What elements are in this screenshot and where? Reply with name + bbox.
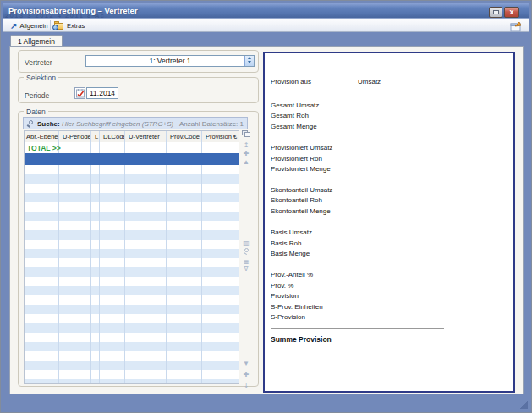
cell xyxy=(25,184,59,193)
cell xyxy=(100,249,125,258)
close-button[interactable]: x xyxy=(504,7,519,18)
column-header-6[interactable]: Prov.Code xyxy=(167,131,202,142)
cell xyxy=(100,295,125,305)
table-row[interactable] xyxy=(25,193,239,202)
table-row[interactable] xyxy=(25,258,239,267)
table-row[interactable] xyxy=(25,379,239,384)
cell xyxy=(202,240,239,249)
cell xyxy=(100,212,125,221)
table-row[interactable] xyxy=(25,333,239,342)
total-row[interactable]: TOTAL >> xyxy=(25,142,239,153)
vertreter-combobox[interactable]: 1: Vertreter 1 xyxy=(85,55,255,67)
menu-extras[interactable]: Extras xyxy=(54,19,85,31)
cell xyxy=(167,342,202,351)
cell xyxy=(59,193,91,202)
table-row[interactable] xyxy=(25,184,239,193)
scroll-down-icon[interactable]: ▼ xyxy=(241,360,251,369)
cell xyxy=(59,184,91,193)
table-row[interactable] xyxy=(25,221,239,230)
column-header-2[interactable]: U-Periode xyxy=(59,131,91,142)
cell xyxy=(100,323,125,333)
selected-row[interactable] xyxy=(25,153,239,165)
menu-separator xyxy=(50,20,51,30)
summary-label: Basis Menge xyxy=(271,250,310,257)
summary-label: Basis Roh xyxy=(271,240,301,247)
cell xyxy=(25,258,59,267)
periode-input[interactable] xyxy=(86,87,118,99)
column-chooser-icon[interactable] xyxy=(241,129,251,139)
table-row[interactable] xyxy=(25,286,239,295)
column-header-3[interactable]: L xyxy=(91,131,100,142)
cell xyxy=(125,351,167,361)
column-header-4[interactable]: DLCode xyxy=(100,131,125,142)
tab-allgemein[interactable]: 1 Allgemein xyxy=(10,35,63,47)
cell xyxy=(202,277,239,286)
cell xyxy=(202,221,239,230)
cell xyxy=(25,267,59,277)
column-header-1[interactable]: Abr.-Ebene xyxy=(25,131,59,142)
table-row[interactable] xyxy=(25,370,239,379)
table-row[interactable] xyxy=(25,342,239,351)
table-row[interactable] xyxy=(25,249,239,258)
resize-grip[interactable] xyxy=(519,400,528,409)
cell xyxy=(125,193,167,202)
cell xyxy=(59,314,91,323)
scroll-bottom-icon[interactable]: ↧ xyxy=(241,382,251,391)
cell xyxy=(167,230,202,240)
table-row[interactable] xyxy=(25,165,239,174)
cell xyxy=(100,153,125,165)
table-row[interactable] xyxy=(25,240,239,249)
cell xyxy=(59,379,91,384)
cell xyxy=(59,142,91,153)
table-row[interactable] xyxy=(25,305,239,314)
menu-extras-label: Extras xyxy=(67,22,85,30)
scroll-up-icon[interactable]: ▲ xyxy=(241,158,251,168)
cell xyxy=(59,153,91,165)
filter-icon[interactable]: ∇ xyxy=(241,265,251,274)
nav-plus-down-icon[interactable]: ✚ xyxy=(241,371,251,380)
table-row[interactable] xyxy=(25,174,239,184)
cell xyxy=(25,202,59,212)
cell xyxy=(91,165,100,174)
detach-window-icon[interactable] xyxy=(510,20,523,31)
table-row[interactable] xyxy=(25,351,239,361)
cell xyxy=(125,333,167,342)
column-header-7[interactable]: Provision € xyxy=(202,131,239,142)
cell xyxy=(100,305,125,314)
search-bar[interactable]: Suche: Hier Suchbegriff eingeben (STRG+S… xyxy=(23,117,248,129)
cell xyxy=(25,240,59,249)
cell xyxy=(91,142,100,153)
cell xyxy=(91,174,100,184)
table-row[interactable] xyxy=(25,202,239,212)
total-label: TOTAL >> xyxy=(25,142,61,152)
table-row[interactable] xyxy=(25,323,239,333)
cell xyxy=(202,286,239,295)
table-row[interactable] xyxy=(25,277,239,286)
column-header-5[interactable]: U-Vertreter xyxy=(125,131,167,142)
calendar-button[interactable] xyxy=(74,87,85,99)
cell xyxy=(91,333,100,342)
cell xyxy=(125,277,167,286)
cell xyxy=(167,286,202,295)
cell xyxy=(91,314,100,323)
table-row[interactable] xyxy=(25,267,239,277)
cell xyxy=(167,240,202,249)
cell xyxy=(100,314,125,323)
cell xyxy=(100,277,125,286)
cell xyxy=(59,286,91,295)
menu-allgemein[interactable]: ↗ Allgemein xyxy=(10,19,47,31)
table-row[interactable] xyxy=(25,295,239,305)
table-row[interactable] xyxy=(25,361,239,370)
cell xyxy=(167,184,202,193)
restore-button[interactable] xyxy=(489,7,502,18)
combo-dropdown-button[interactable] xyxy=(244,56,254,66)
summary-label: Basis Umsatz xyxy=(271,229,312,236)
table-row[interactable] xyxy=(25,212,239,221)
cell xyxy=(125,240,167,249)
cell xyxy=(202,351,239,361)
table-row[interactable] xyxy=(25,230,239,240)
magnifier-icon[interactable] xyxy=(244,248,251,256)
table-row[interactable] xyxy=(25,314,239,323)
summary-divider xyxy=(271,328,444,329)
summary-label: Provisioniert Umsatz xyxy=(271,144,332,151)
